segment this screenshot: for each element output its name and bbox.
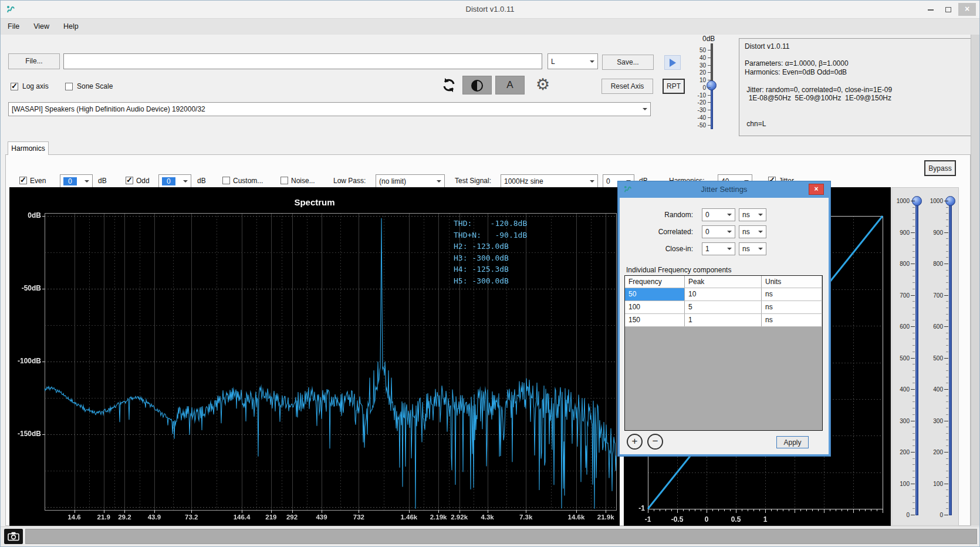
output-slider-right-minor-tick <box>946 364 948 364</box>
even-label: Even <box>30 177 46 185</box>
output-slider-left-tick <box>911 389 915 390</box>
table-cell[interactable]: 150 <box>625 314 685 326</box>
spectrum-plot[interactable] <box>9 187 620 526</box>
table-cell[interactable]: 10 <box>685 288 762 300</box>
output-slider-right-minor-tick <box>946 276 948 276</box>
menu-view[interactable]: View <box>26 22 56 31</box>
output-slider-left-minor-tick <box>913 433 915 434</box>
output-slider-right-minor-tick <box>946 301 948 302</box>
output-slider-right-minor-tick <box>946 383 948 383</box>
contrast-button[interactable] <box>462 76 492 94</box>
table-cell[interactable]: 5 <box>685 301 762 313</box>
gain-slider-thumb[interactable] <box>707 80 717 90</box>
output-slider-left-minor-tick <box>913 364 915 364</box>
test-signal-select[interactable]: 1000Hz sine <box>501 174 598 188</box>
play-button[interactable] <box>664 55 681 70</box>
jitter-unit-select[interactable]: ns <box>739 242 766 255</box>
low-pass-value: (no limit) <box>379 177 406 185</box>
output-slider-left-tick <box>911 326 915 327</box>
audio-device-select[interactable]: [WASAPI] Speakers (High Definition Audio… <box>8 102 651 116</box>
table-cell[interactable]: ns <box>762 301 822 313</box>
jitter-value-select[interactable]: 1 <box>702 242 735 255</box>
output-slider-right-minor-tick <box>946 377 948 377</box>
save-button[interactable]: Save... <box>602 55 654 70</box>
rpt-button[interactable]: RPT <box>663 79 685 94</box>
close-button[interactable]: × <box>958 3 976 16</box>
output-slider-right-minor-tick <box>946 489 948 490</box>
table-cell[interactable]: 100 <box>625 301 685 313</box>
gain-slider: 0dB 50403020100-10-20-30-40-50 <box>693 33 732 134</box>
gain-slider-track-active[interactable] <box>711 86 713 129</box>
channel-select[interactable]: L <box>548 53 598 69</box>
dialog-close-button[interactable]: × <box>809 184 824 195</box>
output-slider-left-tick-label: 600 <box>892 323 910 330</box>
even-checkbox[interactable] <box>19 177 27 184</box>
output-slider-right-tick <box>944 515 948 515</box>
thd-readout: THD: -120.8dB THD+N: -90.1dB H2: -123.0d… <box>454 218 527 286</box>
info-line: Jitter: random=0, correlated=0, close-in… <box>745 86 965 94</box>
output-slider-left-track[interactable] <box>915 201 918 515</box>
apply-button[interactable]: Apply <box>776 436 809 448</box>
gain-tick <box>708 95 711 96</box>
chevron-down-icon <box>727 231 732 235</box>
output-slider-right-track[interactable] <box>949 201 952 515</box>
maximize-button[interactable] <box>941 4 956 15</box>
noise-checkbox[interactable] <box>281 177 288 184</box>
gain-tick-label: 50 <box>693 47 706 53</box>
custom-checkbox[interactable] <box>222 177 230 184</box>
gain-tick-label: -10 <box>693 92 706 99</box>
output-slider-right-minor-tick <box>946 427 948 427</box>
gain-slider-track[interactable] <box>711 43 713 86</box>
reset-axis-button[interactable]: Reset Axis <box>601 79 653 94</box>
sone-scale-checkbox[interactable] <box>65 83 73 90</box>
table-cell[interactable]: 1 <box>685 314 762 326</box>
gain-tick <box>708 50 711 50</box>
noise-label: Noise... <box>291 177 315 185</box>
table-cell[interactable]: ns <box>762 288 822 300</box>
output-slider-left-tick-label: 200 <box>892 449 910 455</box>
output-slider-left-minor-tick <box>913 207 915 208</box>
output-slider-left-minor-tick <box>913 458 915 459</box>
jitter-unit-select[interactable]: ns <box>739 225 766 238</box>
menu-help[interactable]: Help <box>56 22 86 31</box>
odd-checkbox[interactable] <box>126 177 133 184</box>
spectrum-x-tick-label: 21.9k <box>590 514 621 521</box>
table-cell[interactable]: ns <box>762 314 822 326</box>
log-axis-checkbox[interactable] <box>11 83 18 90</box>
refresh-icon[interactable] <box>441 77 457 93</box>
output-slider-right-minor-tick <box>946 339 948 339</box>
gain-tick <box>708 125 711 126</box>
output-slider-right-minor-tick <box>946 220 948 220</box>
output-slider-right-tick <box>944 326 948 327</box>
remove-row-button[interactable]: − <box>647 434 663 450</box>
info-line <box>745 77 965 86</box>
status-progress-bar[interactable] <box>25 529 977 544</box>
output-slider-left-minor-tick <box>913 289 915 289</box>
minimize-button[interactable] <box>923 4 938 15</box>
tab-harmonics[interactable]: Harmonics <box>8 141 49 155</box>
low-pass-select[interactable]: (no limit) <box>376 174 445 188</box>
test-signal-value: 1000Hz sine <box>504 177 543 185</box>
odd-db-select[interactable]: 0 <box>158 174 191 188</box>
low-pass-label: Low Pass: <box>333 177 366 185</box>
output-slider-left-minor-tick <box>913 440 915 440</box>
output-slider-right-minor-tick <box>946 308 948 308</box>
gain-tick <box>708 72 711 73</box>
file-button[interactable]: File... <box>8 53 60 69</box>
output-slider-right-tick <box>944 232 948 233</box>
output-slider-left-minor-tick <box>913 320 915 320</box>
bypass-button[interactable]: Bypass <box>924 160 956 176</box>
jitter-value-select[interactable]: 0 <box>702 225 735 238</box>
jitter-value-select[interactable]: 0 <box>702 208 735 221</box>
settings-gear-icon[interactable]: ⚙ <box>536 75 550 94</box>
gain-tick <box>708 80 711 80</box>
file-path-input[interactable] <box>63 53 542 69</box>
screenshot-button[interactable] <box>4 529 23 544</box>
window-edge-strip <box>971 35 980 526</box>
menu-file[interactable]: File <box>1 22 26 31</box>
add-row-button[interactable]: + <box>627 434 643 450</box>
jitter-unit-select[interactable]: ns <box>739 208 766 221</box>
table-cell[interactable]: 50 <box>625 288 685 300</box>
even-db-select[interactable]: 0 <box>60 174 93 188</box>
autoscale-button[interactable]: A <box>495 76 525 94</box>
